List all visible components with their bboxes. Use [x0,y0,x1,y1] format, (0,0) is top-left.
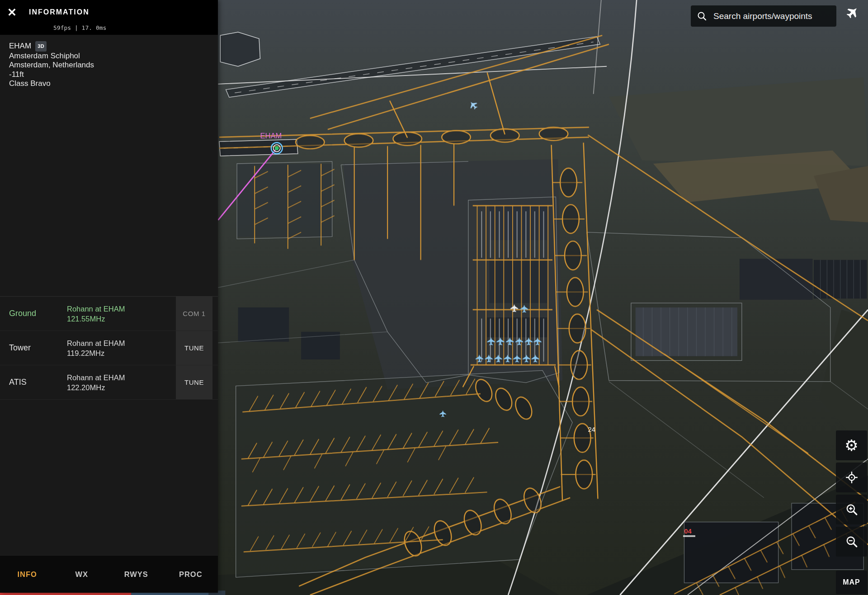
search-bar [691,5,836,27]
frequency-type: ATIS [9,378,67,387]
tab-wx[interactable]: WX [55,556,109,593]
tab-rwys[interactable]: RWYS [109,556,164,593]
zoom-in-icon [845,503,858,516]
frequency-details: Rohann at EHAM 122.20MHz [67,373,176,392]
airport-icao-row: EHAM 3D [9,41,209,52]
follow-aircraft-button[interactable] [844,4,861,20]
frequency-type: Ground [9,309,67,318]
frequency-controller: Rohann at EHAM [67,373,176,382]
frequency-list: Ground Rohann at EHAM 121.55MHz COM 1 To… [0,296,218,400]
fps-counter: 59fps | 17. 0ms [0,24,218,35]
runway-04-label: 04 [684,528,692,535]
frequency-controller: Rohann at EHAM [67,304,176,314]
panel-tab-bar: INFO WX RWYS PROC [0,555,218,593]
frequency-details: Rohann at EHAM 119.22MHz [67,338,176,358]
frequency-value: 121.55MHz [67,314,176,324]
airport-elevation: -11ft [9,70,209,80]
frequency-details: Rohann at EHAM 121.55MHz [67,304,176,324]
eham-waypoint-marker[interactable] [271,143,282,154]
tune-button-tower[interactable]: TUNE [176,331,212,365]
frequency-row-ground: Ground Rohann at EHAM 121.55MHz COM 1 [0,297,218,331]
eham-map-label: EHAM [260,132,282,140]
com1-button[interactable]: COM 1 [176,297,212,331]
center-on-aircraft-button[interactable] [836,463,867,492]
search-input[interactable] [712,11,830,22]
panel-title: INFORMATION [29,8,90,16]
airport-airspace-class: Class Bravo [9,79,209,89]
close-icon[interactable]: ✕ [7,7,23,18]
frequency-row-atis: ATIS Rohann at EHAM 122.20MHz TUNE [0,365,218,400]
frequency-row-tower: Tower Rohann at EHAM 119.22MHz TUNE [0,331,218,365]
zoom-out-button[interactable] [836,527,867,557]
panel-header: ✕ INFORMATION [0,0,218,24]
frequency-value: 122.20MHz [67,382,176,392]
tune-button-atis[interactable]: TUNE [176,365,212,399]
frequency-value: 119.22MHz [67,348,176,358]
tab-info[interactable]: INFO [0,556,55,593]
frequency-controller: Rohann at EHAM [67,338,176,348]
runway-04-threshold [683,535,695,537]
crosshair-icon [845,471,858,484]
zoom-out-icon [845,535,858,548]
zoom-in-button[interactable] [836,495,867,524]
gear-icon: ⚙ [844,438,858,453]
map-control-stack: ⚙ [836,430,867,557]
tab-proc[interactable]: PROC [164,556,218,593]
search-icon [697,11,707,21]
airport-icao: EHAM [9,42,31,51]
airport-name: Amsterdam Schiphol [9,52,209,61]
settings-button[interactable]: ⚙ [836,430,867,460]
frequency-type: Tower [9,343,67,353]
3d-badge: 3D [35,41,47,52]
map-mode-button[interactable]: MAP [836,571,867,594]
runway-24-label: 24 [588,426,595,433]
information-panel: ✕ INFORMATION 59fps | 17. 0ms EHAM 3D Am… [0,0,218,593]
airport-region: Amsterdam, Netherlands [9,61,209,70]
aircraft-icon [846,5,859,18]
airport-info-block: EHAM 3D Amsterdam Schiphol Amsterdam, Ne… [0,35,218,296]
